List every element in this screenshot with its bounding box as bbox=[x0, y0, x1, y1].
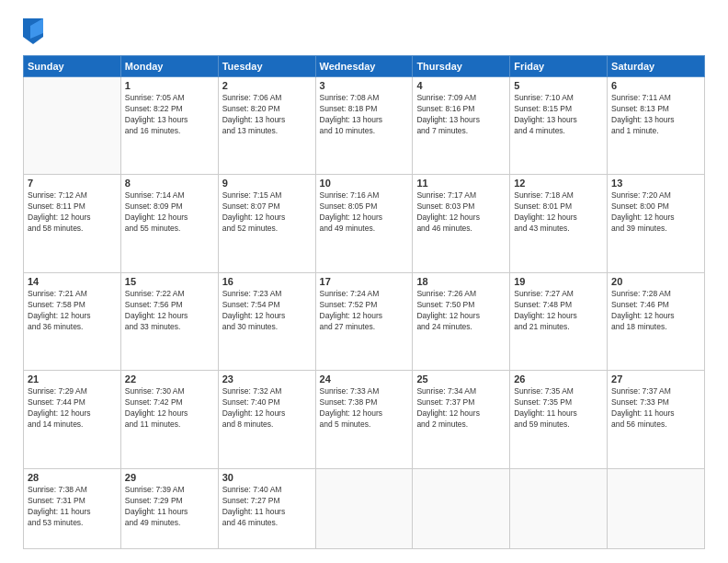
calendar-week-row: 7Sunrise: 7:12 AM Sunset: 8:11 PM Daylig… bbox=[24, 175, 705, 272]
day-info: Sunrise: 7:33 AM Sunset: 7:38 PM Dayligh… bbox=[320, 386, 409, 431]
calendar-week-row: 14Sunrise: 7:21 AM Sunset: 7:58 PM Dayli… bbox=[24, 272, 705, 370]
day-number: 1 bbox=[125, 80, 214, 91]
day-number: 30 bbox=[222, 472, 312, 483]
day-info: Sunrise: 7:26 AM Sunset: 7:50 PM Dayligh… bbox=[416, 289, 506, 333]
day-number: 28 bbox=[28, 472, 117, 483]
day-number: 25 bbox=[416, 373, 506, 385]
day-info: Sunrise: 7:16 AM Sunset: 8:05 PM Dayligh… bbox=[320, 190, 409, 235]
day-info: Sunrise: 7:21 AM Sunset: 7:58 PM Dayligh… bbox=[28, 289, 117, 333]
day-info: Sunrise: 7:11 AM Sunset: 8:13 PM Dayligh… bbox=[611, 93, 700, 137]
calendar-cell: 14Sunrise: 7:21 AM Sunset: 7:58 PM Dayli… bbox=[24, 272, 121, 370]
day-info: Sunrise: 7:10 AM Sunset: 8:15 PM Dayligh… bbox=[514, 93, 603, 137]
calendar-cell: 12Sunrise: 7:18 AM Sunset: 8:01 PM Dayli… bbox=[510, 175, 608, 272]
weekday-header-friday: Friday bbox=[510, 56, 608, 77]
day-info: Sunrise: 7:17 AM Sunset: 8:03 PM Dayligh… bbox=[416, 190, 506, 235]
day-info: Sunrise: 7:14 AM Sunset: 8:09 PM Dayligh… bbox=[125, 190, 214, 235]
day-number: 22 bbox=[125, 373, 214, 385]
day-number: 24 bbox=[320, 373, 409, 385]
day-number: 14 bbox=[28, 276, 117, 287]
weekday-header-sunday: Sunday bbox=[24, 56, 121, 77]
calendar-week-row: 1Sunrise: 7:05 AM Sunset: 8:22 PM Daylig… bbox=[24, 77, 705, 175]
calendar-cell: 4Sunrise: 7:09 AM Sunset: 8:16 PM Daylig… bbox=[413, 77, 510, 175]
day-info: Sunrise: 7:18 AM Sunset: 8:01 PM Dayligh… bbox=[514, 190, 603, 235]
calendar-cell: 10Sunrise: 7:16 AM Sunset: 8:05 PM Dayli… bbox=[315, 175, 413, 272]
calendar-cell bbox=[608, 468, 705, 548]
calendar-cell: 15Sunrise: 7:22 AM Sunset: 7:56 PM Dayli… bbox=[120, 272, 218, 370]
day-number: 7 bbox=[28, 178, 117, 189]
calendar-cell: 7Sunrise: 7:12 AM Sunset: 8:11 PM Daylig… bbox=[24, 175, 121, 272]
calendar-cell bbox=[315, 468, 413, 548]
day-number: 10 bbox=[320, 178, 409, 189]
day-number: 19 bbox=[514, 276, 603, 287]
calendar-cell: 27Sunrise: 7:37 AM Sunset: 7:33 PM Dayli… bbox=[608, 371, 705, 468]
day-number: 9 bbox=[222, 178, 312, 189]
weekday-header-tuesday: Tuesday bbox=[218, 56, 315, 77]
day-info: Sunrise: 7:09 AM Sunset: 8:16 PM Dayligh… bbox=[416, 93, 506, 137]
calendar-cell: 9Sunrise: 7:15 AM Sunset: 8:07 PM Daylig… bbox=[218, 175, 315, 272]
day-number: 23 bbox=[222, 373, 312, 385]
calendar-cell: 8Sunrise: 7:14 AM Sunset: 8:09 PM Daylig… bbox=[120, 175, 218, 272]
calendar-cell: 3Sunrise: 7:08 AM Sunset: 8:18 PM Daylig… bbox=[315, 77, 413, 175]
calendar-cell: 23Sunrise: 7:32 AM Sunset: 7:40 PM Dayli… bbox=[218, 371, 315, 468]
calendar-cell: 22Sunrise: 7:30 AM Sunset: 7:42 PM Dayli… bbox=[120, 371, 218, 468]
day-info: Sunrise: 7:24 AM Sunset: 7:52 PM Dayligh… bbox=[320, 289, 409, 333]
day-info: Sunrise: 7:06 AM Sunset: 8:20 PM Dayligh… bbox=[222, 93, 312, 137]
calendar-cell: 29Sunrise: 7:39 AM Sunset: 7:29 PM Dayli… bbox=[120, 468, 218, 548]
day-number: 5 bbox=[514, 80, 603, 91]
day-number: 8 bbox=[125, 178, 214, 189]
day-info: Sunrise: 7:39 AM Sunset: 7:29 PM Dayligh… bbox=[125, 485, 214, 529]
logo-icon bbox=[23, 18, 43, 44]
day-number: 12 bbox=[514, 178, 603, 189]
day-info: Sunrise: 7:28 AM Sunset: 7:46 PM Dayligh… bbox=[611, 289, 700, 333]
day-info: Sunrise: 7:20 AM Sunset: 8:00 PM Dayligh… bbox=[611, 190, 700, 235]
calendar-table: SundayMondayTuesdayWednesdayThursdayFrid… bbox=[23, 55, 705, 549]
calendar-cell: 20Sunrise: 7:28 AM Sunset: 7:46 PM Dayli… bbox=[608, 272, 705, 370]
day-number: 11 bbox=[416, 178, 506, 189]
day-number: 20 bbox=[611, 276, 700, 287]
day-info: Sunrise: 7:30 AM Sunset: 7:42 PM Dayligh… bbox=[125, 386, 214, 431]
day-info: Sunrise: 7:40 AM Sunset: 7:27 PM Dayligh… bbox=[222, 485, 312, 529]
calendar-cell: 13Sunrise: 7:20 AM Sunset: 8:00 PM Dayli… bbox=[608, 175, 705, 272]
calendar-cell: 18Sunrise: 7:26 AM Sunset: 7:50 PM Dayli… bbox=[413, 272, 510, 370]
day-number: 3 bbox=[320, 80, 409, 91]
day-number: 17 bbox=[320, 276, 409, 287]
day-number: 16 bbox=[222, 276, 312, 287]
day-info: Sunrise: 7:32 AM Sunset: 7:40 PM Dayligh… bbox=[222, 386, 312, 431]
calendar-cell: 5Sunrise: 7:10 AM Sunset: 8:15 PM Daylig… bbox=[510, 77, 608, 175]
day-info: Sunrise: 7:29 AM Sunset: 7:44 PM Dayligh… bbox=[28, 386, 117, 431]
calendar-cell: 2Sunrise: 7:06 AM Sunset: 8:20 PM Daylig… bbox=[218, 77, 315, 175]
calendar-cell: 11Sunrise: 7:17 AM Sunset: 8:03 PM Dayli… bbox=[413, 175, 510, 272]
calendar-cell bbox=[24, 77, 121, 175]
day-info: Sunrise: 7:12 AM Sunset: 8:11 PM Dayligh… bbox=[28, 190, 117, 235]
day-info: Sunrise: 7:34 AM Sunset: 7:37 PM Dayligh… bbox=[416, 386, 506, 431]
day-info: Sunrise: 7:23 AM Sunset: 7:54 PM Dayligh… bbox=[222, 289, 312, 333]
page: SundayMondayTuesdayWednesdayThursdayFrid… bbox=[0, 0, 728, 563]
weekday-header-wednesday: Wednesday bbox=[315, 56, 413, 77]
day-info: Sunrise: 7:35 AM Sunset: 7:35 PM Dayligh… bbox=[514, 386, 603, 431]
day-number: 27 bbox=[611, 373, 700, 385]
day-info: Sunrise: 7:27 AM Sunset: 7:48 PM Dayligh… bbox=[514, 289, 603, 333]
day-number: 15 bbox=[125, 276, 214, 287]
weekday-header-row: SundayMondayTuesdayWednesdayThursdayFrid… bbox=[24, 56, 705, 77]
day-info: Sunrise: 7:15 AM Sunset: 8:07 PM Dayligh… bbox=[222, 190, 312, 235]
day-number: 26 bbox=[514, 373, 603, 385]
weekday-header-monday: Monday bbox=[120, 56, 218, 77]
calendar-week-row: 28Sunrise: 7:38 AM Sunset: 7:31 PM Dayli… bbox=[24, 468, 705, 548]
day-number: 6 bbox=[611, 80, 700, 91]
day-number: 2 bbox=[222, 80, 312, 91]
day-number: 13 bbox=[611, 178, 700, 189]
calendar-cell bbox=[510, 468, 608, 548]
day-number: 4 bbox=[416, 80, 506, 91]
calendar-cell: 6Sunrise: 7:11 AM Sunset: 8:13 PM Daylig… bbox=[608, 77, 705, 175]
calendar-cell bbox=[413, 468, 510, 548]
calendar-cell: 26Sunrise: 7:35 AM Sunset: 7:35 PM Dayli… bbox=[510, 371, 608, 468]
day-info: Sunrise: 7:05 AM Sunset: 8:22 PM Dayligh… bbox=[125, 93, 214, 137]
header bbox=[23, 18, 705, 44]
calendar-cell: 16Sunrise: 7:23 AM Sunset: 7:54 PM Dayli… bbox=[218, 272, 315, 370]
calendar-cell: 25Sunrise: 7:34 AM Sunset: 7:37 PM Dayli… bbox=[413, 371, 510, 468]
calendar-cell: 28Sunrise: 7:38 AM Sunset: 7:31 PM Dayli… bbox=[24, 468, 121, 548]
calendar-week-row: 21Sunrise: 7:29 AM Sunset: 7:44 PM Dayli… bbox=[24, 371, 705, 468]
calendar-cell: 1Sunrise: 7:05 AM Sunset: 8:22 PM Daylig… bbox=[120, 77, 218, 175]
calendar-cell: 30Sunrise: 7:40 AM Sunset: 7:27 PM Dayli… bbox=[218, 468, 315, 548]
logo bbox=[23, 18, 47, 44]
